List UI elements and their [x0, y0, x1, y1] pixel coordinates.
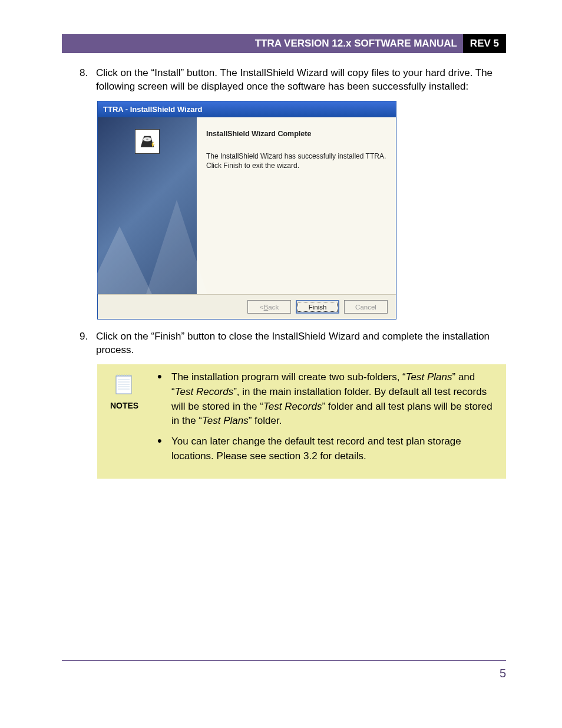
- notes-item-2: You can later change the default test re…: [155, 434, 499, 463]
- back-button[interactable]: < Back: [247, 300, 291, 314]
- page-footer: 5: [62, 665, 506, 681]
- step-8-number: 8.: [80, 67, 96, 94]
- header-rev: REV 5: [463, 34, 506, 53]
- footer-rule: [62, 660, 506, 661]
- page-header: TTRA VERSION 12.x SOFTWARE MANUAL REV 5: [62, 34, 506, 53]
- page-content: 8. Click on the “Install” button. The In…: [80, 67, 506, 479]
- notes-item-1: The installation program will create two…: [155, 370, 499, 429]
- cd-icon: [135, 129, 160, 154]
- step-8: 8. Click on the “Install” button. The In…: [80, 67, 506, 94]
- step-9-number: 9.: [80, 330, 96, 357]
- page-number: 5: [494, 667, 506, 680]
- cancel-button[interactable]: Cancel: [344, 300, 388, 314]
- wizard-heading: InstallShield Wizard Complete: [206, 129, 386, 139]
- notes-body: The installation program will create two…: [155, 370, 499, 469]
- header-title: TTRA VERSION 12.x SOFTWARE MANUAL: [62, 34, 463, 53]
- notes-callout: NOTES The installation program will crea…: [97, 364, 506, 479]
- wizard-body: InstallShield Wizard Complete The Instal…: [98, 117, 396, 294]
- svg-rect-4: [116, 376, 131, 394]
- wizard-button-row: < Back Finish Cancel: [98, 294, 396, 319]
- step-9-text: Click on the “Finish” button to close th…: [96, 330, 506, 357]
- wizard-titlebar: TTRA - InstallShield Wizard: [98, 101, 396, 118]
- step-8-text: Click on the “Install” button. The Insta…: [96, 67, 506, 94]
- finish-button[interactable]: Finish: [296, 300, 339, 314]
- wizard-message: The InstallShield Wizard has successfull…: [206, 152, 386, 170]
- notes-icon-column: NOTES: [104, 370, 144, 469]
- installshield-wizard-dialog: TTRA - InstallShield Wizard InstallShiel…: [97, 101, 396, 320]
- notes-label: NOTES: [104, 400, 144, 411]
- wizard-content-panel: InstallShield Wizard Complete The Instal…: [197, 117, 396, 294]
- step-9: 9. Click on the “Finish” button to close…: [80, 330, 506, 357]
- notepad-icon: [111, 370, 137, 396]
- wizard-sidebar-graphic: [98, 117, 197, 294]
- svg-point-2: [146, 139, 148, 140]
